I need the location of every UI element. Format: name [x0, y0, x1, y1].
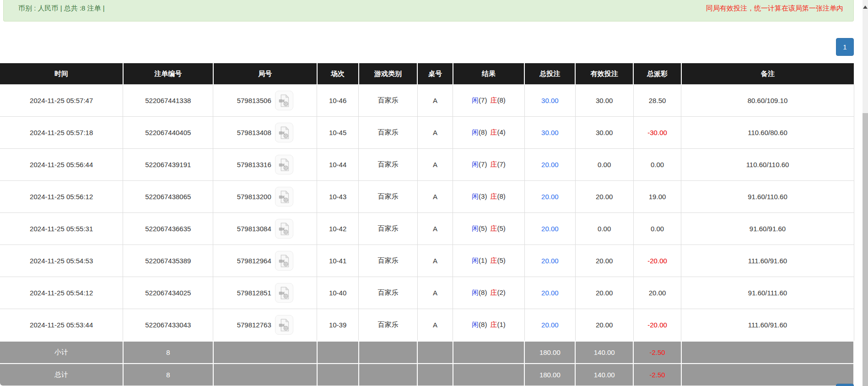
result-cell: 闲(7)庄(7) [453, 149, 525, 181]
total-bet-link[interactable]: 20.00 [524, 181, 575, 213]
valid-bet-cell: 20.00 [575, 309, 633, 342]
time-cell: 2024-11-25 05:54:12 [0, 277, 123, 309]
scroll-up-arrow-icon[interactable] [863, 5, 868, 9]
total-bet-link[interactable]: 30.00 [524, 85, 575, 117]
scrollbar-thumb[interactable] [863, 113, 868, 386]
table-row: 2024-11-25 05:54:53 522067435389 5798129… [0, 245, 854, 277]
round-id-text: 579812763 [237, 321, 271, 329]
pagination-page-1-button-bottom[interactable]: 1 [836, 384, 854, 386]
result-banker-label: 庄 [490, 128, 497, 136]
round-id-text: 579813408 [237, 129, 271, 136]
result-banker-label: 庄 [490, 96, 497, 104]
result-player-label: 闲 [472, 96, 479, 104]
payout-cell: 19.00 [633, 181, 681, 213]
video-file-icon [278, 222, 290, 236]
video-replay-button[interactable] [275, 123, 293, 142]
game-type-cell: 百家乐 [359, 117, 418, 149]
table-no-cell: A [417, 213, 453, 245]
session-cell: 10-46 [317, 85, 359, 117]
total-bet-link[interactable]: 20.00 [524, 213, 575, 245]
game-type-cell: 百家乐 [359, 85, 418, 117]
table-row: 2024-11-25 05:56:12 522067438065 5798132… [0, 181, 854, 213]
round-id-cell: 579813084 [213, 213, 317, 245]
video-replay-button[interactable] [275, 155, 293, 174]
video-replay-button[interactable] [275, 315, 293, 335]
payout-cell: -20.00 [633, 245, 681, 277]
time-cell: 2024-11-25 05:53:44 [0, 309, 123, 342]
game-type-cell: 百家乐 [359, 245, 418, 277]
result-cell: 闲(3)庄(8) [453, 181, 525, 213]
header-time: 时间 [0, 63, 123, 85]
valid-bet-cell: 20.00 [575, 181, 633, 213]
result-banker-points: (5) [497, 256, 505, 264]
valid-bet-cell: 0.00 [575, 213, 633, 245]
session-cell: 10-41 [317, 245, 359, 277]
result-player-label: 闲 [472, 256, 479, 264]
time-cell: 2024-11-25 05:57:47 [0, 85, 123, 117]
payout-cell: -30.00 [633, 117, 681, 149]
game-type-cell: 百家乐 [359, 149, 418, 181]
payout-cell: -20.00 [633, 309, 681, 342]
header-total-bet: 总投注 [524, 63, 575, 85]
result-banker-points: (5) [497, 224, 505, 232]
result-player-points: (8) [479, 288, 487, 296]
video-file-icon [278, 158, 290, 172]
remark-cell: 111.60/91.60 [681, 245, 854, 277]
time-cell: 2024-11-25 05:57:18 [0, 117, 123, 149]
video-file-icon [278, 190, 290, 204]
result-banker-label: 庄 [490, 321, 497, 328]
video-file-icon [278, 126, 290, 140]
result-player-points: (1) [479, 256, 487, 264]
result-banker-points: (1) [497, 321, 505, 328]
total-bet-link[interactable]: 30.00 [524, 117, 575, 149]
result-banker-label: 庄 [490, 160, 497, 168]
result-cell: 闲(5)庄(5) [453, 213, 525, 245]
header-result: 结果 [453, 63, 525, 85]
result-player-points: (7) [479, 160, 487, 168]
game-type-cell: 百家乐 [359, 181, 418, 213]
header-bet-id: 注单编号 [123, 63, 213, 85]
session-cell: 10-40 [317, 277, 359, 309]
result-cell: 闲(1)庄(5) [453, 245, 525, 277]
round-id-cell: 579812763 [213, 309, 317, 342]
header-table-no: 桌号 [417, 63, 453, 85]
remark-cell: 111.60/91.60 [681, 309, 854, 342]
payout-cell: 28.50 [633, 85, 681, 117]
time-cell: 2024-11-25 05:54:53 [0, 245, 123, 277]
video-replay-button[interactable] [275, 251, 293, 271]
result-player-points: (7) [479, 96, 487, 104]
grand-total-label: 总计 [0, 364, 123, 386]
pagination-page-1-button[interactable]: 1 [836, 38, 854, 56]
table-row: 2024-11-25 05:54:12 522067434025 5798128… [0, 277, 854, 309]
total-bet-link[interactable]: 20.00 [524, 149, 575, 181]
remark-cell: 91.60/111.60 [681, 277, 854, 309]
round-id-cell: 579813316 [213, 149, 317, 181]
video-replay-button[interactable] [275, 187, 293, 207]
total-bet-link[interactable]: 20.00 [524, 277, 575, 309]
session-cell: 10-44 [317, 149, 359, 181]
header-payout: 总派彩 [633, 63, 681, 85]
table-no-cell: A [417, 149, 453, 181]
total-bet-link[interactable]: 20.00 [524, 309, 575, 342]
subtotal-total-bet: 180.00 [524, 341, 575, 364]
header-round-id: 局号 [213, 63, 317, 85]
table-row: 2024-11-25 05:56:44 522067439191 5798133… [0, 149, 854, 181]
session-cell: 10-39 [317, 309, 359, 342]
total-bet-link[interactable]: 20.00 [524, 245, 575, 277]
video-replay-button[interactable] [275, 91, 293, 110]
result-cell: 闲(8)庄(4) [453, 117, 525, 149]
header-session: 场次 [317, 63, 359, 85]
result-player-label: 闲 [472, 160, 479, 168]
video-replay-button[interactable] [275, 283, 293, 303]
subtotal-label: 小计 [0, 341, 123, 364]
valid-bet-cell: 30.00 [575, 117, 633, 149]
video-replay-button[interactable] [275, 219, 293, 239]
result-banker-label: 庄 [490, 256, 497, 264]
valid-bet-cell: 30.00 [575, 85, 633, 117]
round-id-cell: 579812964 [213, 245, 317, 277]
result-player-label: 闲 [472, 224, 479, 232]
result-banker-points: (8) [497, 192, 505, 200]
table-row: 2024-11-25 05:57:18 522067440405 5798134… [0, 117, 854, 149]
video-file-icon [278, 94, 290, 108]
round-id-text: 579812964 [237, 257, 271, 265]
